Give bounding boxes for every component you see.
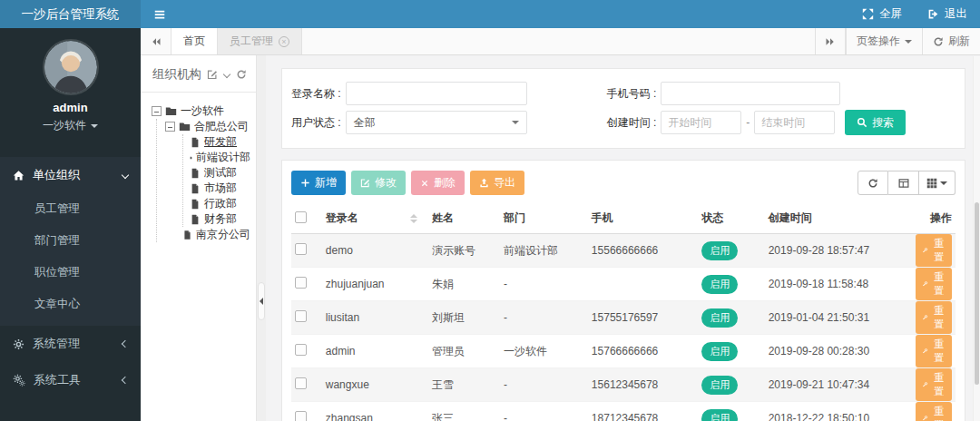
edit-button[interactable]: 修改 (351, 171, 406, 195)
cell-dept: 前端设计部 (500, 234, 588, 268)
row-checkbox[interactable] (295, 310, 307, 322)
cell-dept: - (500, 268, 588, 301)
key-icon (922, 414, 928, 421)
table-row[interactable]: zhangsan 张三 - 18712345678 启用 2018-12-22 … (291, 402, 956, 421)
tabs-scroll-left-button[interactable] (141, 28, 172, 54)
tree-node-leaf[interactable]: 测试部 (190, 165, 250, 181)
reset-password-button[interactable]: 重置 (916, 368, 952, 401)
tree-node-label[interactable]: 行政部 (204, 196, 237, 211)
tab-employee-mgmt[interactable]: 员工管理 × (218, 28, 302, 54)
tree-node-label[interactable]: 财务部 (204, 211, 237, 227)
table-row[interactable]: zhujuanjuan 朱娟 - 启用 2019-09-18 11:58:48 … (291, 268, 956, 301)
table-row[interactable]: liusitan 刘斯坦 - 15755176597 启用 2019-01-04… (291, 301, 956, 335)
column-header-created[interactable]: 创建时间 (765, 203, 912, 234)
vertical-scrollbar[interactable] (973, 56, 980, 421)
user-status-value: 全部 (354, 115, 376, 131)
sidebar-item-article-center[interactable]: 文章中心 (0, 289, 141, 320)
tree-node-label[interactable]: 市场部 (204, 181, 237, 196)
cell-name: 管理员 (428, 335, 500, 368)
sidebar-item-department-mgmt[interactable]: 部门管理 (0, 225, 141, 257)
chevron-left-icon (122, 377, 129, 384)
column-header-name[interactable]: 姓名 (428, 203, 500, 234)
tree-node-leaf[interactable]: 行政部 (190, 196, 250, 211)
avatar-photo (44, 41, 97, 93)
sort-icon[interactable] (410, 214, 417, 223)
tree-node-leaf[interactable]: 财务部 (190, 211, 250, 227)
sidebar-item-system-mgmt[interactable]: 系统管理 (0, 326, 141, 362)
columns-button[interactable] (919, 171, 956, 195)
add-button-label: 新增 (315, 175, 337, 191)
scrollbar-thumb[interactable] (975, 202, 979, 385)
tree-node-label[interactable]: 一沙软件 (181, 103, 224, 119)
plus-icon (300, 178, 310, 188)
add-button[interactable]: 新增 (291, 171, 346, 195)
row-checkbox[interactable] (295, 243, 307, 255)
end-time-input[interactable] (754, 111, 835, 134)
cell-dept: - (500, 368, 588, 402)
tree-node-label[interactable]: 南京分公司 (196, 227, 250, 242)
reset-password-button[interactable]: 重置 (916, 301, 952, 334)
logout-button[interactable]: 退出 (915, 0, 980, 28)
reset-password-button[interactable]: 重置 (916, 335, 952, 367)
tree-node-root[interactable]: 一沙软件 (152, 103, 250, 119)
start-time-input[interactable] (661, 111, 741, 134)
company-label: 一沙软件 (43, 118, 86, 133)
panel-collapse-handle[interactable] (258, 282, 265, 320)
phone-input[interactable] (661, 82, 840, 105)
tree-refresh-button[interactable] (236, 69, 247, 80)
sidebar-item-system-tools[interactable]: 系统工具 (0, 362, 141, 398)
tab-home[interactable]: 首页 (172, 28, 218, 54)
org-tree-panel: 组织机构 一沙软件 (141, 55, 257, 421)
reset-password-button[interactable]: 重置 (916, 402, 952, 421)
tree-node-label[interactable]: 前端设计部 (196, 150, 250, 165)
tree-node-branch[interactable]: 合肥总公司 (165, 119, 250, 134)
workspace: 登录名称 : 手机号码 : 用户状态 : 全部 创建时间 : (266, 55, 980, 421)
column-header-dept[interactable]: 部门 (500, 203, 588, 234)
row-checkbox[interactable] (295, 411, 307, 421)
select-all-checkbox[interactable] (295, 211, 307, 223)
search-button[interactable]: 搜索 (845, 110, 906, 135)
tree-node-leaf[interactable]: 前端设计部 (190, 150, 250, 165)
delete-button[interactable]: 删除 (411, 171, 465, 195)
table-row[interactable]: wangxue 王雪 - 15612345678 启用 2019-09-21 1… (291, 368, 956, 402)
sidebar-item-employee-mgmt[interactable]: 员工管理 (0, 193, 141, 225)
sidebar-item-position-mgmt[interactable]: 职位管理 (0, 257, 141, 289)
card-view-button[interactable] (888, 171, 919, 195)
tab-refresh-button[interactable]: 刷新 (922, 28, 980, 54)
column-header-login[interactable]: 登录名 (326, 210, 358, 226)
sidebar-toggle-button[interactable] (141, 0, 179, 28)
row-checkbox[interactable] (295, 277, 307, 289)
company-dropdown[interactable]: 一沙软件 (43, 118, 98, 133)
tree-node-label[interactable]: 合肥总公司 (194, 119, 249, 134)
reset-password-button[interactable]: 重置 (916, 234, 952, 267)
table-row[interactable]: admin 管理员 一沙软件 15766666666 启用 2019-09-28… (291, 335, 956, 368)
tree-collapse-button[interactable] (224, 72, 230, 77)
fullscreen-button[interactable]: 全屏 (849, 0, 915, 28)
table-refresh-button[interactable] (858, 171, 888, 195)
panel-splitter[interactable] (257, 55, 266, 421)
tree-edit-button[interactable] (207, 69, 218, 80)
tab-operations-dropdown[interactable]: 页签操作 (846, 28, 922, 54)
reset-password-button[interactable]: 重置 (916, 268, 952, 300)
user-status-select[interactable]: 全部 (346, 111, 527, 134)
column-header-phone[interactable]: 手机 (588, 203, 698, 234)
avatar[interactable] (44, 41, 97, 93)
sidebar-item-unit-org[interactable]: 单位组织 (0, 157, 141, 193)
tree-node-label[interactable]: 研发部 (204, 134, 237, 150)
tree-node-leaf[interactable]: 南京分公司 (182, 227, 250, 242)
row-checkbox[interactable] (295, 344, 307, 356)
tab-close-icon[interactable]: × (279, 36, 289, 47)
tree-expander-icon[interactable] (152, 106, 162, 116)
table-row[interactable]: demo 演示账号 前端设计部 15566666666 启用 2019-09-2… (291, 234, 956, 268)
export-button[interactable]: 导出 (470, 171, 524, 195)
x-icon (420, 179, 429, 188)
tabs-scroll-right-button[interactable] (815, 28, 846, 54)
tree-expander-icon[interactable] (165, 122, 175, 132)
tree-node-leaf[interactable]: 市场部 (190, 181, 250, 196)
tree-node-label[interactable]: 测试部 (204, 165, 237, 181)
row-checkbox[interactable] (295, 377, 307, 389)
column-header-status[interactable]: 状态 (698, 203, 764, 234)
login-name-input[interactable] (346, 82, 527, 105)
tree-node-leaf[interactable]: 研发部 (190, 134, 250, 150)
cell-login: zhujuanjuan (322, 268, 428, 301)
